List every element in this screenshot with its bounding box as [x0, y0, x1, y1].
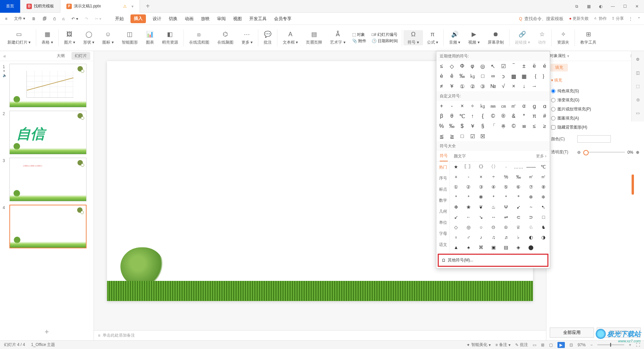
zoom-in-icon[interactable]: + [629, 343, 631, 347]
hamburger-icon[interactable]: ≡ [3, 15, 9, 22]
symbol-item[interactable]: ★ [450, 162, 462, 172]
redo-icon[interactable]: ↷ [83, 15, 90, 22]
symbol-cell[interactable]: ‾ [508, 61, 519, 71]
slide-thumb-1[interactable] [9, 64, 87, 107]
view-sorter-icon[interactable]: ⊞ [541, 343, 544, 347]
apply-all-button[interactable]: 全部应用 [550, 328, 594, 338]
symbol-item[interactable]: ③ [475, 182, 487, 192]
symbol-category[interactable]: 数学 [436, 195, 449, 206]
symbol-cell[interactable]: * [519, 111, 529, 121]
symbol-cell[interactable]: ≠ [436, 81, 447, 91]
rib-docer[interactable]: ◧稻壳资源 [158, 30, 182, 45]
symbol-cell[interactable]: □ [457, 131, 467, 141]
symbol-item[interactable]: ❋ [475, 192, 487, 202]
symbol-cell[interactable]: √ [498, 81, 508, 91]
symbol-item[interactable]: ♀ [450, 232, 462, 242]
symbol-item[interactable]: ♂ [462, 232, 475, 242]
symbol-cell[interactable]: © [488, 111, 498, 121]
symbol-cell[interactable]: ※ [498, 121, 508, 131]
symbol-cell[interactable]: ￥ [447, 81, 457, 91]
symbol-cell[interactable]: ㎡ [508, 101, 519, 111]
symbol-item[interactable]: ♭ [512, 232, 525, 242]
symbol-cell[interactable]: ↑ [467, 111, 478, 121]
print-preview-icon[interactable]: ⎌ [61, 15, 66, 22]
symbol-cell[interactable]: β [436, 111, 447, 121]
print-icon[interactable]: ⎙ [52, 15, 57, 22]
rib-flowchart[interactable]: ⎄在线流程图 [185, 30, 213, 45]
symbol-cell[interactable]: ◎ [478, 61, 488, 71]
slide-thumb-4[interactable] [9, 205, 87, 248]
symbol-cell[interactable]: { [478, 111, 488, 121]
tab-add[interactable]: + [140, 0, 156, 13]
symbol-item[interactable]: ❀ [462, 202, 475, 212]
symbol-item[interactable]: ℃ [537, 162, 550, 172]
tab-insert[interactable]: 插入 [130, 14, 146, 23]
symbol-item[interactable]: ⊙ [487, 222, 500, 232]
symbol-item[interactable]: ♠ [462, 242, 475, 252]
symbol-item[interactable]: ⬤ [525, 242, 537, 252]
symbol-cell[interactable]: ◇ [447, 61, 457, 71]
symbol-cell[interactable]: ‰ [447, 121, 457, 131]
rib-attach[interactable]: 📎 附件 [352, 38, 366, 44]
tab-templates[interactable]: D找稻壳模板 [20, 0, 60, 13]
symbol-cell[interactable]: 「 [488, 121, 498, 131]
props-tab-fill[interactable]: 填充 [550, 64, 568, 71]
symbol-item[interactable]: Ψ [500, 202, 512, 212]
check-hidebg[interactable]: 隐藏背景图形(H) [551, 123, 639, 132]
symbol-item[interactable]: ↙ [450, 212, 462, 222]
more-icon[interactable]: ⋮ [629, 16, 633, 21]
symbol-item[interactable]: ♪ [475, 232, 487, 242]
symbol-cell[interactable]: § [478, 121, 488, 131]
symbol-item[interactable]: · [500, 162, 512, 172]
tab-slideshow[interactable]: 放映 [200, 14, 210, 23]
symbol-cell[interactable]: № [488, 81, 498, 91]
symbol-cell[interactable]: θ [447, 111, 457, 121]
tool-location-icon[interactable]: ◎ [634, 96, 642, 103]
symbol-cell[interactable]: ê [447, 71, 457, 81]
symbol-cell[interactable]: ↓ [519, 81, 529, 91]
symbol-item[interactable]: ① [450, 182, 462, 192]
tool-settings-icon[interactable]: ⚙ [634, 56, 642, 63]
symbol-cell[interactable]: π [529, 111, 540, 121]
symbol-item[interactable]: ◐ [525, 232, 537, 242]
symbol-item[interactable]: ♬ [500, 232, 512, 242]
symbol-item[interactable]: ❉ [450, 202, 462, 212]
symbol-item[interactable]: 〖〗 [462, 162, 475, 172]
symbol-cell[interactable]: ☑ [498, 61, 508, 71]
rib-new-slide[interactable]: ▭新建幻灯片 ▾ [3, 30, 35, 45]
symbol-cell[interactable]: ≌ [519, 121, 529, 131]
rib-shape[interactable]: ◯形状 ▾ [79, 30, 98, 45]
symbol-item[interactable]: ⑦ [525, 182, 537, 192]
radio-gradient[interactable]: 渐变填充(G) [551, 96, 639, 105]
symbol-cell[interactable]: ë [529, 61, 540, 71]
search-box[interactable]: Q [519, 16, 564, 21]
symbol-category[interactable]: 字母 [436, 228, 449, 239]
symbol-item[interactable]: ⊂ [512, 212, 525, 222]
tab-transition[interactable]: 切换 [168, 14, 178, 23]
symbol-cell[interactable]: ≤ [436, 61, 447, 71]
symbol-item[interactable]: ➹ [512, 202, 525, 212]
fit-icon[interactable]: ⊡ [570, 343, 573, 347]
sp-tab-emoji[interactable]: 颜文字 [454, 151, 466, 161]
symbol-item[interactable]: ▣ [487, 242, 500, 252]
symbol-cell[interactable]: × [457, 101, 467, 111]
sb-comments[interactable]: ✎ 批注 [515, 342, 528, 348]
rib-mindmap[interactable]: ⌬在线脑图 [213, 30, 237, 45]
zoom-slider[interactable] [597, 344, 624, 345]
radio-picture[interactable]: 图片或纹理填充(P) [551, 105, 639, 114]
symbol-item[interactable]: ▤ [500, 242, 512, 252]
symbol-cell[interactable]: ￥ [467, 121, 478, 131]
opacity-slider[interactable] [583, 152, 625, 153]
symbol-item[interactable]: ⑧ [537, 182, 550, 192]
symbol-cell[interactable]: □ [478, 71, 488, 81]
symbol-cell[interactable]: ☑ [467, 131, 478, 141]
symbol-item[interactable]: ↔ [487, 212, 500, 222]
symbol-cell[interactable]: Φ [457, 61, 467, 71]
symbol-cell[interactable]: ㎏ [467, 71, 478, 81]
symbol-item[interactable]: ◇ [450, 222, 462, 232]
symbol-cell[interactable]: ® [498, 111, 508, 121]
symbol-item[interactable]: ⑤ [500, 182, 512, 192]
tool-layers-icon[interactable]: ◫ [634, 69, 642, 77]
symbol-cell[interactable]: ÷ [467, 101, 478, 111]
symbol-cell[interactable]: é [539, 61, 550, 71]
